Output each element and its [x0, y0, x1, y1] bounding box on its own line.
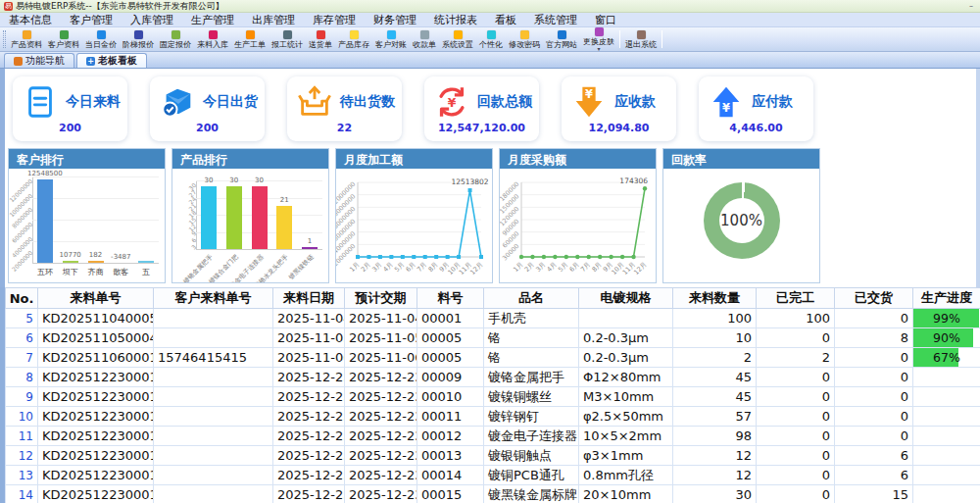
kpi-card-today-shipment[interactable]: 今日出货200 [150, 76, 265, 141]
cell-qty: 12 [673, 466, 757, 485]
cell-date: 2025-11-06 [273, 348, 345, 368]
table-row[interactable]: 12KD2025122300012025-12-232025-12-230001… [6, 446, 980, 466]
data-point [412, 255, 416, 259]
tab-label: 老板看板 [98, 54, 137, 68]
chart-panel-monthly-purchase: 月度采购额1800001500001200009000060000300001月… [499, 148, 657, 283]
toolbar-label: 客户对账 [375, 40, 407, 49]
table-row[interactable]: 7KD202511060001157464154152025-11-062025… [6, 348, 980, 368]
toolbar-label: 个性化 [479, 40, 503, 49]
cell-done: 100 [757, 309, 835, 328]
tab-boss-dashboard[interactable]: + 老板看板 [76, 53, 147, 68]
toolbar-button-fixed-quote[interactable]: 固定报价 [157, 29, 194, 50]
box-check-icon [159, 83, 196, 121]
table-row[interactable]: 5KD2025110400052025-11-042025-11-0400001… [6, 309, 980, 328]
cell-progress: 90% [913, 328, 980, 348]
toolbar-button-product-inventory[interactable]: 产品库存 [335, 29, 372, 50]
cell-material_no: 00001 [417, 309, 484, 328]
toolbar-button-customer-data[interactable]: 客户资料 [45, 29, 82, 50]
cell-delivered: 0 [835, 407, 913, 427]
toolbar-button-production-order[interactable]: 生产工单 [231, 29, 269, 50]
toolbar-button-delivery-note[interactable]: 送货单 [306, 29, 335, 50]
cell-qty: 57 [673, 407, 757, 427]
menu-item-basic-info[interactable]: 基本信息 [0, 13, 61, 27]
menu-item-inventory-mgmt[interactable]: 库存管理 [304, 13, 365, 27]
toolbar-button-system-settings[interactable]: 系统设置 [439, 29, 476, 50]
toolbar-button-customer-reconcile[interactable]: 客户对账 [372, 29, 410, 50]
cell-no: 7 [6, 348, 38, 368]
table-header-row: No.来料单号客户来料单号来料日期预计交期料号品名电镀规格来料数量已完工已交货生… [6, 288, 980, 309]
kpi-card-receivables[interactable]: ¥应收款12,094.80 [562, 76, 676, 141]
column-header-spec[interactable]: 电镀规格 [579, 288, 673, 309]
daily-gold-price-icon [97, 30, 106, 39]
chart-body-monthly-processing: 1200000010000000800000060000004000000200… [336, 169, 492, 282]
toolbar-button-work-report-stats[interactable]: 报工统计 [269, 29, 306, 50]
column-header-product[interactable]: 品名 [484, 288, 579, 309]
column-header-material_no[interactable]: 料号 [417, 288, 484, 309]
table-row[interactable]: 14KD2025122300012025-12-232025-12-230001… [6, 485, 980, 503]
toolbar-button-exit-system[interactable]: 退出系统 [622, 29, 660, 50]
toolbar-button-official-website[interactable]: 官方网站 [543, 29, 580, 50]
toolbar-button-tier-quote[interactable]: 阶梯报价 [120, 29, 157, 50]
cell-delivered: 0 [835, 348, 913, 368]
column-header-date[interactable]: 来料日期 [273, 288, 345, 309]
cell-material_no: 00013 [417, 446, 484, 466]
toolbar-button-receipt-note[interactable]: 收款单 [410, 29, 439, 50]
menu-item-system-mgmt[interactable]: 系统管理 [525, 13, 586, 27]
menu-item-customer-mgmt[interactable]: 客户管理 [61, 13, 122, 27]
cell-product: 镀铬金属把手 [484, 368, 579, 387]
x-axis-label: 齐商 [83, 267, 109, 277]
cell-order_no: KD202512230001 [38, 446, 154, 466]
menu-item-stats-report[interactable]: 统计报表 [425, 13, 486, 27]
column-header-done[interactable]: 已完工 [757, 288, 835, 309]
toolbar-separator [662, 30, 662, 48]
column-header-qty[interactable]: 来料数量 [673, 288, 757, 309]
column-header-order_no[interactable]: 来料单号 [38, 288, 154, 309]
tab-function-nav[interactable]: 功能导航 [4, 53, 74, 68]
data-point [575, 255, 579, 259]
cell-order_no: KD202512230001 [38, 387, 154, 407]
column-header-progress[interactable]: 生产进度 [913, 288, 980, 309]
kpi-card-today-incoming[interactable]: 今日来料200 [13, 76, 127, 141]
cell-no: 6 [6, 328, 38, 348]
menu-item-outbound-mgmt[interactable]: 出库管理 [243, 13, 304, 27]
column-header-delivered[interactable]: 已交货 [835, 288, 913, 309]
toolbar-button-product-data[interactable]: 产品资料 [8, 29, 45, 50]
kpi-card-payables[interactable]: ¥应付款4,446.00 [699, 76, 813, 141]
cell-no: 11 [6, 427, 38, 446]
delivery-note-icon [317, 30, 325, 39]
table-row[interactable]: 13KD2025122300012025-12-232025-12-230001… [6, 466, 980, 485]
menu-item-window-menu[interactable]: 窗口 [586, 13, 625, 27]
table-row[interactable]: 10KD2025122300012025-12-232025-12-230001… [6, 407, 980, 427]
cell-progress [913, 446, 980, 466]
bar-value-label: 12548500 [24, 170, 66, 177]
toolbar-button-change-password[interactable]: 修改密码 [506, 29, 543, 50]
column-header-no[interactable]: No. [6, 288, 38, 309]
table-row[interactable]: 8KD2025122300012025-12-232025-12-2300009… [6, 368, 980, 387]
cell-customer_order_no [154, 485, 273, 503]
menu-item-finance-mgmt[interactable]: 财务管理 [365, 13, 425, 27]
menu-item-dashboard[interactable]: 看板 [486, 13, 525, 27]
chevron-down-icon[interactable]: ▾ [597, 46, 600, 52]
toolbar-label: 产品库存 [338, 40, 369, 49]
cell-progress [913, 407, 980, 427]
toolbar-button-daily-gold-price[interactable]: 当日金价 [82, 29, 120, 50]
toolbar-button-material-inbound[interactable]: 来料入库 [194, 29, 231, 50]
kpi-value: 4,446.00 [699, 122, 813, 134]
kpi-card-collection-total[interactable]: ¥回款总额12,547,120.00 [424, 76, 539, 141]
menu-item-inbound-mgmt[interactable]: 入库管理 [122, 13, 182, 27]
cell-done: 2 [757, 348, 835, 368]
toolbar-button-personalization[interactable]: 个性化 [476, 29, 506, 50]
minimize-button[interactable]: – [966, 2, 976, 11]
table-row[interactable]: 11KD2025122300012025-12-232025-12-230001… [6, 427, 980, 446]
column-header-due[interactable]: 预计交期 [345, 288, 417, 309]
table-row[interactable]: 9KD2025122300012025-12-232025-12-2300010… [6, 387, 980, 407]
kpi-card-pending-shipment[interactable]: 待出货数22 [287, 76, 402, 141]
bar [138, 261, 154, 263]
toolbar-label: 报工统计 [271, 40, 303, 49]
cell-due: 2025-11-06 [345, 348, 417, 368]
toolbar-button-change-skin[interactable]: 更换皮肤▾ [580, 26, 617, 53]
column-header-customer_order_no[interactable]: 客户来料单号 [154, 288, 273, 309]
table-row[interactable]: 6KD2025110500042025-11-052025-11-0500005… [6, 328, 980, 348]
menu-item-production-mgmt[interactable]: 生产管理 [182, 13, 243, 27]
progress-label: 67% [933, 350, 960, 365]
